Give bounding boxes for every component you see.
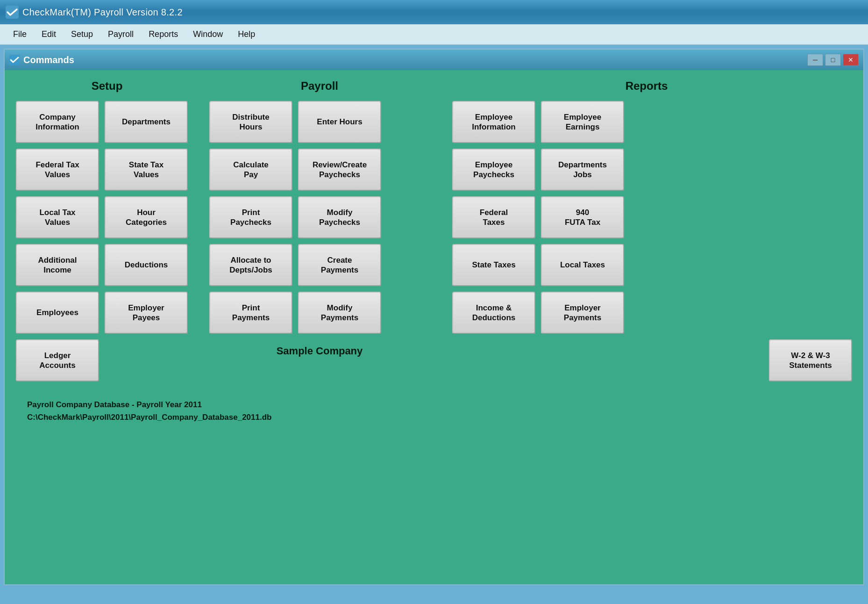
employee-earnings-button[interactable]: EmployeeEarnings <box>541 101 624 143</box>
create-payments-button[interactable]: CreatePayments <box>298 244 381 286</box>
calculate-pay-button[interactable]: CalculatePay <box>209 149 292 191</box>
employee-paychecks-button[interactable]: EmployeePaychecks <box>452 149 535 191</box>
menu-window[interactable]: Window <box>185 27 230 42</box>
print-paychecks-button[interactable]: PrintPaychecks <box>209 196 292 238</box>
modify-payments-button[interactable]: ModifyPayments <box>298 292 381 334</box>
setup-row-1: CompanyInformation Departments <box>16 101 198 143</box>
menu-setup[interactable]: Setup <box>64 27 100 42</box>
departments-jobs-button[interactable]: DepartmentsJobs <box>541 149 624 191</box>
setup-row-4: AdditionalIncome Deductions <box>16 244 198 286</box>
payroll-row-1: DistributeHours Enter Hours <box>209 101 430 143</box>
reports-section: EmployeeInformation EmployeeEarnings Emp… <box>441 101 852 381</box>
reports-row-1: EmployeeInformation EmployeeEarnings <box>452 101 852 143</box>
reports-row-4: State Taxes Local Taxes <box>452 244 852 286</box>
status-line1: Payroll Company Database - Payroll Year … <box>27 398 841 411</box>
ledger-accounts-button[interactable]: LedgerAccounts <box>16 339 99 381</box>
payroll-row-4: Allocate toDepts/Jobs CreatePayments <box>209 244 430 286</box>
title-bar: CheckMark(TM) Payroll Version 8.2.2 <box>0 0 868 24</box>
employees-button[interactable]: Employees <box>16 292 99 334</box>
additional-income-button[interactable]: AdditionalIncome <box>16 244 99 286</box>
payroll-row-3: PrintPaychecks ModifyPaychecks <box>209 196 430 238</box>
setup-header: Setup <box>16 79 198 93</box>
state-tax-values-button[interactable]: State TaxValues <box>105 149 188 191</box>
reports-row-2: EmployeePaychecks DepartmentsJobs <box>452 149 852 191</box>
app-title: CheckMark(TM) Payroll Version 8.2.2 <box>22 7 183 18</box>
setup-row-2: Federal TaxValues State TaxValues <box>16 149 198 191</box>
940-futa-tax-button[interactable]: 940FUTA Tax <box>541 196 624 238</box>
menu-edit[interactable]: Edit <box>34 27 64 42</box>
distribute-hours-button[interactable]: DistributeHours <box>209 101 292 143</box>
state-taxes-button[interactable]: State Taxes <box>452 244 535 286</box>
sample-company-label: Sample Company <box>209 345 430 357</box>
income-deductions-button[interactable]: Income &Deductions <box>452 292 535 334</box>
payroll-header: Payroll <box>198 79 441 93</box>
window-title-content: Commands <box>9 55 74 65</box>
window-title: Commands <box>23 55 74 65</box>
status-line2: C:\CheckMark\Payroll\2011\Payroll_Compan… <box>27 411 841 424</box>
payroll-row-5: PrintPayments ModifyPayments <box>209 292 430 334</box>
reports-row-6: W-2 & W-3Statements <box>452 339 852 381</box>
reports-header: Reports <box>441 79 852 93</box>
employer-payments-button[interactable]: EmployerPayments <box>541 292 624 334</box>
reports-row-5: Income &Deductions EmployerPayments <box>452 292 852 334</box>
window-title-bar: Commands ─ □ ✕ <box>5 50 863 70</box>
modify-paychecks-button[interactable]: ModifyPaychecks <box>298 196 381 238</box>
print-payments-button[interactable]: PrintPayments <box>209 292 292 334</box>
payroll-section: DistributeHours Enter Hours CalculatePay… <box>198 101 441 381</box>
local-tax-values-button[interactable]: Local TaxValues <box>16 196 99 238</box>
local-taxes-button[interactable]: Local Taxes <box>541 244 624 286</box>
employee-information-button[interactable]: EmployeeInformation <box>452 101 535 143</box>
status-bar: Payroll Company Database - Payroll Year … <box>16 393 852 433</box>
commands-panel: Setup Payroll Reports CompanyInformation… <box>5 70 863 584</box>
menu-help[interactable]: Help <box>230 27 263 42</box>
departments-button[interactable]: Departments <box>105 101 188 143</box>
menu-payroll[interactable]: Payroll <box>100 27 141 42</box>
allocate-depts-jobs-button[interactable]: Allocate toDepts/Jobs <box>209 244 292 286</box>
setup-section: CompanyInformation Departments Federal T… <box>16 101 198 381</box>
maximize-button[interactable]: □ <box>825 54 841 66</box>
section-headers: Setup Payroll Reports <box>16 79 852 93</box>
setup-row-5: Employees EmployerPayees <box>16 292 198 334</box>
deductions-button[interactable]: Deductions <box>105 244 188 286</box>
app-icon <box>6 6 19 19</box>
federal-taxes-button[interactable]: FederalTaxes <box>452 196 535 238</box>
w2-w3-statements-button[interactable]: W-2 & W-3Statements <box>769 339 852 381</box>
menu-bar: File Edit Setup Payroll Reports Window H… <box>0 24 868 45</box>
button-area: CompanyInformation Departments Federal T… <box>16 101 852 381</box>
hour-categories-button[interactable]: HourCategories <box>105 196 188 238</box>
menu-file[interactable]: File <box>6 27 34 42</box>
sample-company-row: Sample Company <box>209 345 430 357</box>
reports-row-3: FederalTaxes 940FUTA Tax <box>452 196 852 238</box>
federal-tax-values-button[interactable]: Federal TaxValues <box>16 149 99 191</box>
menu-reports[interactable]: Reports <box>141 27 185 42</box>
review-create-paychecks-button[interactable]: Review/CreatePaychecks <box>298 149 381 191</box>
commands-window: Commands ─ □ ✕ Setup Payroll Reports Com… <box>4 49 864 585</box>
company-information-button[interactable]: CompanyInformation <box>16 101 99 143</box>
employer-payees-button[interactable]: EmployerPayees <box>105 292 188 334</box>
setup-row-3: Local TaxValues HourCategories <box>16 196 198 238</box>
minimize-button[interactable]: ─ <box>807 54 823 66</box>
enter-hours-button[interactable]: Enter Hours <box>298 101 381 143</box>
close-button[interactable]: ✕ <box>843 54 859 66</box>
window-controls: ─ □ ✕ <box>807 54 859 66</box>
setup-row-6: LedgerAccounts <box>16 339 198 381</box>
window-icon <box>9 55 20 65</box>
payroll-row-2: CalculatePay Review/CreatePaychecks <box>209 149 430 191</box>
